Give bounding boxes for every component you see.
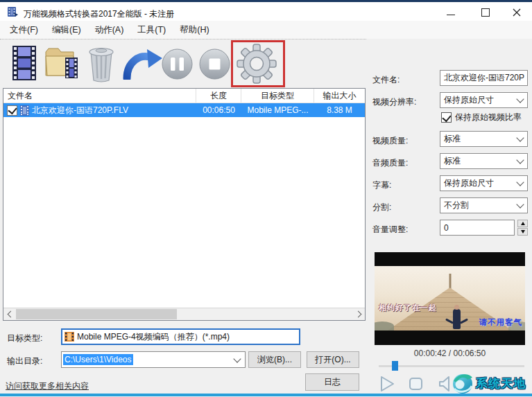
play-button[interactable] (377, 374, 396, 394)
column-filename[interactable]: 文件名 (3, 89, 196, 103)
video-quality-label: 视频质量: (372, 135, 408, 147)
output-dir-combo[interactable]: C:\Users\1\Videos (61, 351, 246, 368)
file-list-header: 文件名 长度 目标类型 输出大小 (3, 89, 365, 103)
convert-icon[interactable] (122, 48, 162, 80)
audio-quality-label: 音频质量: (372, 157, 408, 169)
chevron-down-icon (516, 95, 524, 103)
video-scene: 相约好了在一起 请不用客气 (375, 266, 525, 330)
resolution-dropdown[interactable]: 保持原始尺寸 (440, 92, 528, 108)
chevron-down-icon (516, 156, 524, 164)
target-type-value: Mobile MPEG-4视频编码（推荐）(*.mp4) (77, 331, 230, 343)
column-length[interactable]: 长度 (196, 89, 241, 103)
watermark-text: 系统天地 (476, 376, 526, 391)
stop-playback-button[interactable] (406, 374, 426, 394)
settings-highlight-box (231, 40, 285, 87)
audio-quality-dropdown[interactable]: 标准 (440, 153, 528, 169)
add-video-icon[interactable] (10, 45, 39, 81)
table-row[interactable]: 北京欢迎你-国语720P.FLV 00:06:50 Mobile MPEG-..… (3, 103, 365, 117)
split-label: 分割: (372, 202, 391, 213)
singer (453, 309, 461, 329)
triangle-down-icon (521, 230, 525, 233)
subtitle-value: 保持原始尺寸 (444, 177, 494, 189)
chevron-down-icon (516, 134, 524, 141)
volume-label: 音量调整: (372, 224, 408, 236)
keep-ratio-label: 保持原始视频比率 (455, 112, 522, 123)
column-target-type[interactable]: 目标类型 (241, 89, 314, 103)
seek-thumb[interactable] (392, 361, 398, 371)
browse-button[interactable]: 浏览(B)... (248, 351, 301, 368)
scroll-right-arrow[interactable] (353, 308, 365, 320)
resolution-label: 视频分辨率: (372, 96, 416, 108)
menu-edit[interactable]: 编辑(E) (45, 21, 88, 39)
play-icon (377, 375, 395, 393)
add-folder-icon[interactable] (44, 46, 80, 81)
filename-input[interactable]: 北京欢迎你-国语720P (440, 70, 528, 86)
singer-head (454, 305, 459, 310)
monument-spire (449, 274, 451, 289)
volume-stepper (517, 220, 528, 236)
file-list[interactable]: 文件名 长度 目标类型 输出大小 北京欢迎你-国语720P.FLV 00:06:… (3, 88, 366, 321)
close-button[interactable] (505, 6, 529, 19)
minimize-icon (447, 15, 455, 15)
keep-ratio-checkbox-row[interactable]: 保持原始视频比率 (441, 112, 522, 123)
window-bottom-border (0, 394, 532, 396)
row-filename: 北京欢迎你-国语720P.FLV (32, 105, 128, 116)
delete-icon[interactable] (86, 46, 117, 82)
maximize-button[interactable] (474, 6, 497, 19)
video-quality-dropdown[interactable]: 标准 (440, 131, 528, 147)
audio-quality-value: 标准 (444, 155, 461, 167)
spin-up-button[interactable] (517, 220, 528, 227)
format-film-icon (64, 331, 75, 342)
seek-bar[interactable] (379, 365, 524, 367)
video-preview[interactable]: 相约好了在一起 请不用客气 (375, 252, 525, 345)
target-type-label: 目标类型: (7, 333, 42, 344)
row-output-size: 8.38 M (314, 105, 365, 115)
tree-left (375, 321, 394, 330)
log-button[interactable]: 日志 (305, 373, 359, 391)
app-icon (7, 6, 19, 17)
keep-ratio-checkbox[interactable] (441, 112, 452, 123)
column-output-size[interactable]: 输出大小 (314, 89, 365, 103)
subtitle-label: 字幕: (372, 179, 391, 191)
chevron-down-icon (233, 355, 241, 362)
row-length: 00:06:50 (196, 105, 241, 115)
volume-input[interactable]: 0 (440, 220, 515, 236)
chevron-down-icon (516, 200, 524, 208)
video-file-icon (20, 105, 29, 116)
karaoke-subtitle-1: 相约好了在一起 (379, 303, 437, 313)
video-quality-value: 标准 (444, 133, 461, 145)
titlebar: 万能视频格式转换器2017全能版 - 未注册 (0, 2, 532, 21)
pause-icon[interactable] (161, 48, 194, 80)
watermark: 系统天地 (451, 371, 526, 395)
minimize-button[interactable] (439, 6, 463, 19)
target-type-combo[interactable]: Mobile MPEG-4视频编码（推荐）(*.mp4) (61, 328, 300, 345)
window-title: 万能视频格式转换器2017全能版 - 未注册 (24, 8, 174, 20)
open-button[interactable]: 打开(O)... (307, 351, 359, 368)
karaoke-subtitle-2: 请不用客气 (479, 317, 523, 328)
row-checkbox[interactable] (7, 105, 17, 116)
chevron-down-icon (516, 178, 524, 186)
more-content-link[interactable]: 访问获取更多相关内容 (6, 380, 89, 392)
menu-help[interactable]: 帮助(H) (173, 21, 216, 39)
horizontal-scrollbar[interactable] (3, 308, 365, 320)
watermark-globe-icon (451, 371, 474, 395)
menu-action[interactable]: 动作(A) (88, 21, 131, 39)
stop-icon[interactable] (198, 48, 231, 80)
split-value: 不分割 (444, 200, 469, 211)
filename-label: 文件名: (372, 74, 400, 86)
output-dir-value: C:\Users\1\Videos (63, 354, 133, 365)
row-target-type: Mobile MPEG-... (241, 105, 314, 115)
menu-file[interactable]: 文件(F) (3, 21, 45, 39)
resolution-value: 保持原始尺寸 (444, 94, 494, 106)
menu-tools[interactable]: 工具(T) (130, 21, 173, 39)
close-icon (513, 8, 521, 17)
triangle-up-icon (521, 222, 525, 225)
maximize-icon (481, 8, 490, 17)
menu-bar: 文件(F) 编辑(E) 动作(A) 工具(T) 帮助(H) (0, 21, 532, 39)
toolbar (0, 39, 366, 88)
spin-down-button[interactable] (517, 228, 528, 236)
scroll-left-arrow[interactable] (3, 308, 15, 320)
split-dropdown[interactable]: 不分割 (440, 197, 528, 213)
subtitle-dropdown[interactable]: 保持原始尺寸 (440, 175, 528, 191)
scrollbar-thumb[interactable] (16, 309, 177, 319)
